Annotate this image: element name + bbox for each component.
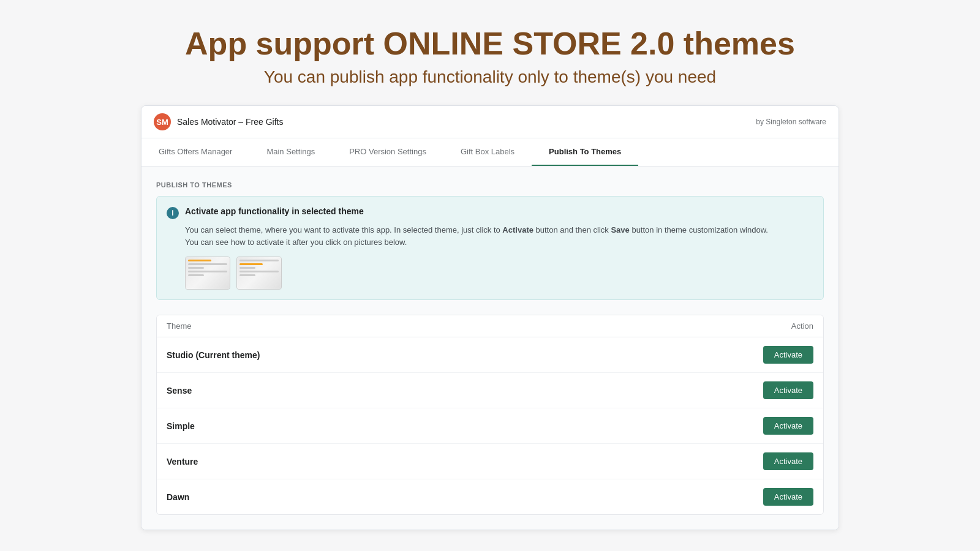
info-text-part2: button and then click xyxy=(533,225,611,234)
theme-name-simple: Simple xyxy=(167,421,195,431)
col-header-action: Action xyxy=(791,321,813,331)
activate-button-sense[interactable]: Activate xyxy=(763,381,813,399)
hero-subtitle: You can publish app functionality only t… xyxy=(185,67,795,87)
activate-button-venture[interactable]: Activate xyxy=(763,452,813,470)
tab-main-settings[interactable]: Main Settings xyxy=(249,138,332,166)
activate-button-simple[interactable]: Activate xyxy=(763,417,813,435)
app-window: SM Sales Motivator – Free Gifts by Singl… xyxy=(141,105,839,530)
info-text-part1: You can select theme, where you want to … xyxy=(185,225,502,234)
nav-tabs: Gifts Offers Manager Main Settings PRO V… xyxy=(141,138,839,167)
info-text-line2: You can see how to activate it after you… xyxy=(185,238,407,247)
info-icon: i xyxy=(167,207,179,219)
info-text-part3: button in theme customization window. xyxy=(630,225,768,234)
thumbnail-2[interactable] xyxy=(236,257,282,290)
app-header-left: SM Sales Motivator – Free Gifts xyxy=(154,113,284,130)
hero-section: App support ONLINE STORE 2.0 themes You … xyxy=(173,0,807,105)
thumbnails-row xyxy=(185,257,813,290)
thumbnail-1[interactable] xyxy=(185,257,230,290)
table-row: Dawn Activate xyxy=(157,479,823,514)
tab-gifts-offers[interactable]: Gifts Offers Manager xyxy=(141,138,249,166)
col-header-theme: Theme xyxy=(167,321,191,331)
section-label: PUBLISH TO THEMES xyxy=(156,181,824,189)
table-row: Studio (Current theme) Activate xyxy=(157,337,823,373)
tab-publish-to-themes[interactable]: Publish To Themes xyxy=(532,138,638,166)
info-box-text: You can select theme, where you want to … xyxy=(185,224,813,248)
hero-title: App support ONLINE STORE 2.0 themes xyxy=(185,24,795,62)
theme-name-sense: Sense xyxy=(167,386,192,395)
tab-pro-version[interactable]: PRO Version Settings xyxy=(332,138,443,166)
table-row: Venture Activate xyxy=(157,444,823,479)
app-content: PUBLISH TO THEMES i Activate app functio… xyxy=(141,167,839,530)
table-row: Simple Activate xyxy=(157,408,823,444)
info-activate-bold: Activate xyxy=(502,225,533,234)
info-save-bold: Save xyxy=(611,225,629,234)
tab-gift-box-labels[interactable]: Gift Box Labels xyxy=(443,138,532,166)
theme-name-studio: Studio (Current theme) xyxy=(167,350,260,360)
themes-table: Theme Action Studio (Current theme) Acti… xyxy=(156,315,824,515)
table-row: Sense Activate xyxy=(157,373,823,408)
info-box: i Activate app functionality in selected… xyxy=(156,196,824,300)
table-header: Theme Action xyxy=(157,315,823,337)
theme-name-dawn: Dawn xyxy=(167,492,189,502)
app-name: Sales Motivator – Free Gifts xyxy=(177,117,284,127)
app-header: SM Sales Motivator – Free Gifts by Singl… xyxy=(141,106,839,138)
theme-name-venture: Venture xyxy=(167,457,198,467)
app-by-label: by Singleton software xyxy=(756,118,826,126)
info-box-title: Activate app functionality in selected t… xyxy=(185,206,364,216)
activate-button-dawn[interactable]: Activate xyxy=(763,488,813,506)
app-logo-icon: SM xyxy=(154,113,171,130)
info-box-header: i Activate app functionality in selected… xyxy=(167,206,813,219)
activate-button-studio[interactable]: Activate xyxy=(763,346,813,364)
